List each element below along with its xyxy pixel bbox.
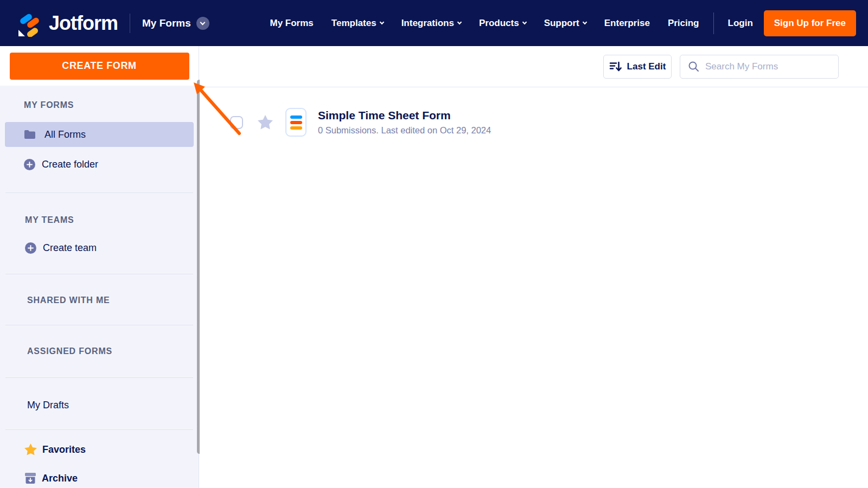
main-content: Last Edit — [200, 46, 868, 488]
star-icon[interactable] — [258, 115, 273, 130]
chevron-down-icon — [457, 20, 462, 24]
sidebar-item-favorites[interactable]: Favorites — [0, 442, 199, 457]
nav-label: Support — [544, 18, 579, 29]
form-icon-bar — [290, 126, 302, 130]
nav-label: Integrations — [401, 18, 454, 29]
sidebar: CREATE FORM MY FORMS All Forms Create fo… — [0, 46, 199, 488]
nav-item-products[interactable]: Products — [479, 18, 526, 29]
my-forms-section-header: MY FORMS — [0, 100, 199, 111]
sort-button[interactable]: Last Edit — [603, 55, 672, 79]
sidebar-item-my-drafts[interactable]: My Drafts — [0, 400, 199, 412]
chevron-down-icon — [379, 20, 384, 24]
form-row-text: Simple Time Sheet Form 0 Submissions. La… — [318, 109, 491, 136]
sidebar-item-label: All Forms — [44, 129, 86, 140]
nav-label: Pricing — [668, 18, 699, 29]
create-folder-button[interactable]: Create folder — [0, 155, 199, 174]
create-form-button[interactable]: CREATE FORM — [10, 53, 189, 80]
form-thumbnail-icon[interactable] — [285, 108, 307, 137]
sidebar-divider — [5, 377, 193, 378]
assigned-forms-section-header[interactable]: ASSIGNED FORMS — [0, 346, 199, 357]
sidebar-top-strip: CREATE FORM — [0, 46, 199, 86]
workspace-switcher[interactable]: My Forms — [142, 17, 209, 30]
form-meta: 0 Submissions. Last edited on Oct 29, 20… — [318, 125, 491, 136]
sort-label: Last Edit — [627, 61, 666, 72]
sidebar-item-archive[interactable]: Archive — [0, 471, 199, 486]
sidebar-divider — [5, 192, 193, 193]
plus-icon — [25, 242, 36, 254]
main-nav: My Forms Templates Integrations Products… — [270, 18, 699, 29]
form-icon-bar — [290, 121, 302, 124]
form-title[interactable]: Simple Time Sheet Form — [318, 109, 491, 122]
plus-icon — [24, 159, 35, 170]
brand-wordmark: Jotform — [49, 12, 118, 35]
signup-button[interactable]: Sign Up for Free — [764, 10, 856, 36]
navbar-divider — [713, 12, 714, 34]
list-toolbar: Last Edit — [200, 46, 868, 87]
star-icon — [24, 444, 37, 455]
login-link[interactable]: Login — [728, 18, 753, 29]
app-body: CREATE FORM MY FORMS All Forms Create fo… — [0, 46, 868, 488]
workspace-chevron-badge[interactable] — [196, 17, 209, 30]
form-row-checkbox[interactable] — [230, 116, 243, 129]
sidebar-item-all-forms[interactable]: All Forms — [5, 122, 194, 147]
top-navbar: Jotform My Forms My Forms Templates Inte… — [0, 0, 868, 46]
search-input[interactable] — [705, 61, 838, 72]
form-icon-bar — [290, 115, 302, 119]
search-box — [680, 55, 839, 79]
chevron-down-icon — [522, 20, 526, 24]
create-team-label: Create team — [43, 242, 97, 254]
workspace-label: My Forms — [142, 17, 191, 29]
nav-item-my-forms[interactable]: My Forms — [270, 18, 314, 29]
sidebar-divider — [5, 325, 193, 325]
favorites-label: Favorites — [42, 444, 86, 455]
nav-item-support[interactable]: Support — [544, 18, 586, 29]
navbar-divider — [130, 14, 130, 33]
my-teams-section-header: MY TEAMS — [0, 215, 199, 226]
nav-label: Enterprise — [604, 18, 650, 29]
create-folder-label: Create folder — [42, 159, 98, 170]
folder-icon — [24, 130, 36, 139]
create-team-button[interactable]: Create team — [0, 238, 199, 258]
archive-icon — [24, 472, 36, 484]
form-list-row[interactable]: Simple Time Sheet Form 0 Submissions. La… — [200, 108, 868, 137]
chevron-down-icon — [200, 20, 206, 25]
nav-label: Products — [479, 18, 519, 29]
nav-item-pricing[interactable]: Pricing — [668, 18, 699, 29]
sidebar-divider — [5, 274, 193, 274]
nav-item-integrations[interactable]: Integrations — [401, 18, 461, 29]
nav-item-templates[interactable]: Templates — [331, 18, 384, 29]
chevron-down-icon — [583, 20, 587, 24]
nav-label: Templates — [331, 18, 376, 29]
sort-descending-icon — [609, 60, 622, 73]
jotform-logo-icon — [16, 10, 42, 37]
nav-item-enterprise[interactable]: Enterprise — [604, 18, 650, 29]
search-icon — [688, 61, 699, 72]
nav-label: My Forms — [270, 18, 314, 29]
shared-with-me-section-header[interactable]: SHARED WITH ME — [0, 296, 199, 306]
jotform-logo[interactable]: Jotform — [16, 10, 118, 37]
archive-label: Archive — [42, 473, 78, 484]
sidebar-divider — [5, 429, 193, 430]
